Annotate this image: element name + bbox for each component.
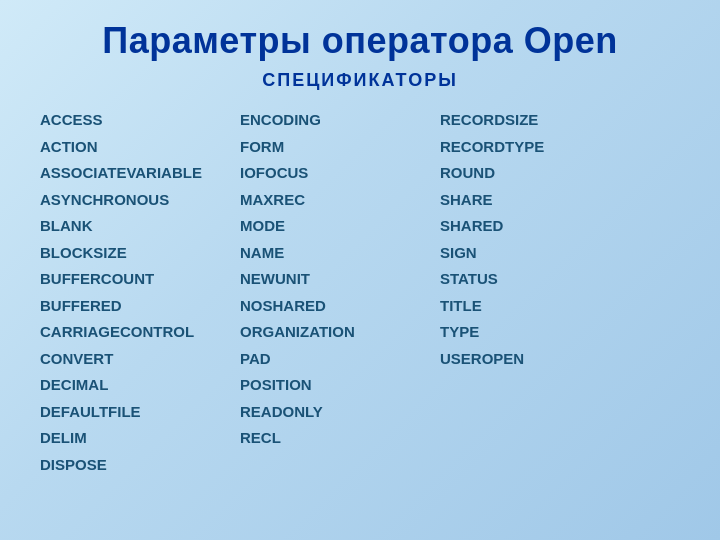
specifier-item: CARRIAGECONTROL xyxy=(40,321,240,344)
specifier-item: DISPOSE xyxy=(40,454,240,477)
page-subtitle: СПЕЦИФИКАТОРЫ xyxy=(262,70,458,91)
specifier-item: RECORDTYPE xyxy=(440,136,640,159)
specifier-item: IOFOCUS xyxy=(240,162,440,185)
specifier-item: ACCESS xyxy=(40,109,240,132)
specifier-item: PAD xyxy=(240,348,440,371)
specifier-item: DEFAULTFILE xyxy=(40,401,240,424)
specifier-item: STATUS xyxy=(440,268,640,291)
specifier-column-1: ACCESSACTIONASSOCIATEVARIABLEASYNCHRONOU… xyxy=(40,109,240,476)
specifier-item: FORM xyxy=(240,136,440,159)
specifier-item: BUFFERED xyxy=(40,295,240,318)
specifier-item: DECIMAL xyxy=(40,374,240,397)
specifier-item: BUFFERCOUNT xyxy=(40,268,240,291)
specifier-item: RECL xyxy=(240,427,440,450)
specifier-item: NAME xyxy=(240,242,440,265)
specifier-item: ASYNCHRONOUS xyxy=(40,189,240,212)
specifier-item: SHARED xyxy=(440,215,640,238)
specifier-item: TYPE xyxy=(440,321,640,344)
specifier-item: ROUND xyxy=(440,162,640,185)
specifier-item: RECORDSIZE xyxy=(440,109,640,132)
specifier-item: MODE xyxy=(240,215,440,238)
specifier-item: DELIM xyxy=(40,427,240,450)
specifier-item: READONLY xyxy=(240,401,440,424)
specifier-item: USEROPEN xyxy=(440,348,640,371)
specifier-item: TITLE xyxy=(440,295,640,318)
specifier-item: SIGN xyxy=(440,242,640,265)
specifier-item: ASSOCIATEVARIABLE xyxy=(40,162,240,185)
specifier-item: ORGANIZATION xyxy=(240,321,440,344)
specifier-item: POSITION xyxy=(240,374,440,397)
specifier-column-3: RECORDSIZERECORDTYPEROUNDSHARESHAREDSIGN… xyxy=(440,109,640,370)
page-title: Параметры оператора Open xyxy=(102,20,617,62)
specifier-item: ENCODING xyxy=(240,109,440,132)
specifier-column-2: ENCODINGFORMIOFOCUSMAXRECMODENAMENEWUNIT… xyxy=(240,109,440,450)
specifier-item: BLANK xyxy=(40,215,240,238)
specifiers-columns: ACCESSACTIONASSOCIATEVARIABLEASYNCHRONOU… xyxy=(30,109,690,476)
specifier-item: BLOCKSIZE xyxy=(40,242,240,265)
specifier-item: MAXREC xyxy=(240,189,440,212)
specifier-item: CONVERT xyxy=(40,348,240,371)
specifier-item: SHARE xyxy=(440,189,640,212)
specifier-item: NOSHARED xyxy=(240,295,440,318)
specifier-item: NEWUNIT xyxy=(240,268,440,291)
specifier-item: ACTION xyxy=(40,136,240,159)
